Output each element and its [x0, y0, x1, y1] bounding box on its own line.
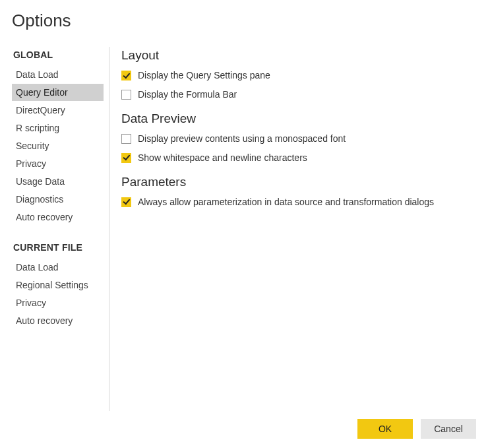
checkbox-display-query-settings[interactable] — [121, 71, 131, 80]
option-label: Always allow parameterization in data so… — [138, 196, 434, 208]
option-row: Display preview contents using a monospa… — [121, 133, 471, 145]
option-row: Always allow parameterization in data so… — [121, 196, 471, 208]
sidebar: GLOBAL Data Load Query Editor DirectQuer… — [12, 47, 109, 411]
checkbox-allow-parameterization[interactable] — [121, 197, 131, 207]
sidebar-item-diagnostics[interactable]: Diagnostics — [12, 191, 104, 208]
sidebar-group-global: GLOBAL — [12, 48, 109, 65]
content-pane: Layout Display the Query Settings pane D… — [109, 47, 476, 411]
dialog-footer: OK Cancel — [357, 419, 476, 439]
sidebar-item-cf-regional-settings[interactable]: Regional Settings — [12, 276, 104, 294]
option-label: Show whitespace and newline characters — [138, 152, 307, 164]
option-label: Display the Query Settings pane — [138, 69, 270, 82]
ok-button[interactable]: OK — [357, 419, 413, 439]
section-title-parameters: Parameters — [121, 175, 471, 189]
sidebar-item-cf-privacy[interactable]: Privacy — [12, 294, 104, 311]
checkbox-monospaced-preview[interactable] — [121, 134, 131, 144]
sidebar-group-current-file: CURRENT FILE — [12, 241, 109, 258]
option-label: Display preview contents using a monospa… — [138, 133, 346, 145]
dialog-body: GLOBAL Data Load Query Editor DirectQuer… — [12, 47, 476, 411]
dialog-title: Options — [12, 11, 476, 31]
sidebar-item-query-editor[interactable]: Query Editor — [12, 84, 104, 101]
sidebar-item-data-load[interactable]: Data Load — [12, 66, 104, 83]
checkbox-display-formula-bar[interactable] — [121, 90, 131, 100]
checkbox-show-whitespace[interactable] — [121, 153, 131, 163]
sidebar-item-directquery[interactable]: DirectQuery — [12, 102, 104, 119]
sidebar-item-r-scripting[interactable]: R scripting — [12, 119, 104, 137]
section-title-layout: Layout — [121, 48, 471, 63]
sidebar-item-auto-recovery[interactable]: Auto recovery — [12, 208, 104, 226]
sidebar-item-security[interactable]: Security — [12, 137, 104, 154]
option-row: Show whitespace and newline characters — [121, 152, 471, 164]
option-label: Display the Formula Bar — [138, 88, 237, 101]
section-title-data-preview: Data Preview — [121, 112, 471, 126]
sidebar-item-privacy[interactable]: Privacy — [12, 155, 104, 172]
cancel-button[interactable]: Cancel — [421, 419, 476, 439]
sidebar-item-usage-data[interactable]: Usage Data — [12, 173, 104, 190]
option-row: Display the Formula Bar — [121, 88, 471, 101]
options-dialog: Options GLOBAL Data Load Query Editor Di… — [0, 0, 488, 448]
option-row: Display the Query Settings pane — [121, 69, 471, 82]
sidebar-item-cf-data-load[interactable]: Data Load — [12, 259, 104, 276]
sidebar-item-cf-auto-recovery[interactable]: Auto recovery — [12, 312, 104, 329]
